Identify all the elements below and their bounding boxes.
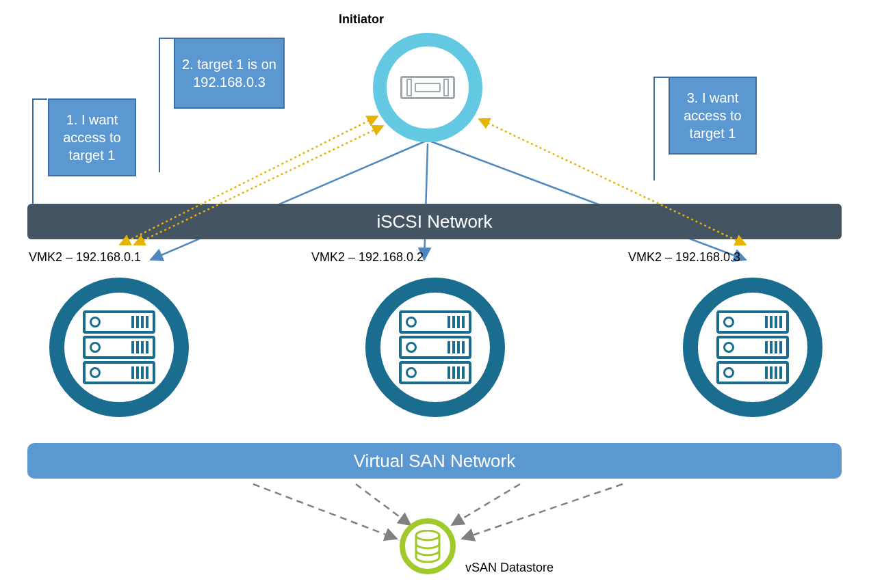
svg-line-4 <box>356 484 411 525</box>
svg-line-1 <box>424 144 428 260</box>
callout-step-1: 1. I want access to target 1 <box>48 98 136 176</box>
svg-point-7 <box>416 531 439 540</box>
initiator-icon <box>373 33 482 142</box>
iscsi-network-bar: iSCSI Network <box>27 204 842 239</box>
vmk-label-1: VMK2 – 192.168.0.1 <box>29 250 141 265</box>
callout-stem-2 <box>159 38 174 172</box>
svg-line-6 <box>462 484 623 539</box>
svg-line-2 <box>428 140 746 260</box>
vsan-network-bar: Virtual SAN Network <box>27 443 842 479</box>
svg-line-5 <box>452 484 520 525</box>
server-host-2-icon <box>365 278 505 417</box>
server-host-3-icon <box>683 278 822 417</box>
callout-step-2: 2. target 1 is on 192.168.0.3 <box>174 38 285 109</box>
callout-step-3: 3. I want access to target 1 <box>669 77 757 155</box>
svg-line-0 <box>151 140 428 260</box>
vmk-label-2: VMK2 – 192.168.0.2 <box>311 250 424 265</box>
server-host-1-icon <box>49 278 189 417</box>
datastore-label: vSAN Datastore <box>465 561 554 575</box>
vsan-datastore-icon <box>400 518 456 574</box>
initiator-label: Initiator <box>339 12 384 27</box>
svg-line-3 <box>253 484 397 539</box>
callout-stem-1 <box>32 98 47 216</box>
callout-stem-3 <box>653 77 669 181</box>
vmk-label-3: VMK2 – 192.168.0.3 <box>628 250 740 265</box>
